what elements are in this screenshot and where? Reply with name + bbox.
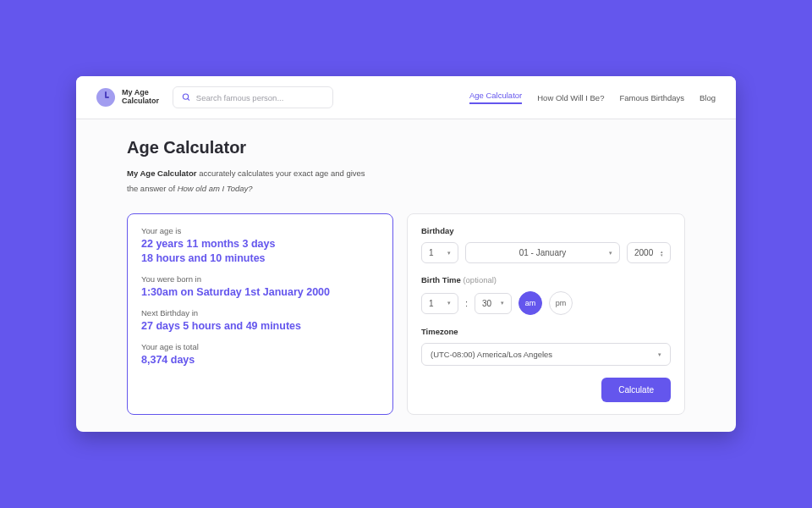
svg-line-1 [188,98,189,100]
app-window: My Age Calculator Age Calculator How Old… [76,76,736,432]
birthtime-label: Birth Time (optional) [421,275,671,284]
search-input[interactable] [196,93,324,102]
minute-select[interactable]: 30 ▾ [475,293,512,314]
nav-famous-birthdays[interactable]: Famous Birthdays [619,93,684,102]
total-label: Your age is total [141,342,379,351]
born-label: You were born in [141,274,379,284]
logo-text: My Age Calculator [122,89,159,106]
nav: Age Calculator How Old Will I Be? Famous… [469,91,716,104]
nav-blog[interactable]: Blog [700,93,716,102]
day-select[interactable]: 1 ▾ [421,242,458,263]
month-select[interactable]: 01 - January ▾ [465,242,620,263]
header: My Age Calculator Age Calculator How Old… [76,76,736,119]
form-panel: Birthday 1 ▾ 01 - January ▾ 2000 ▴▾ [407,213,685,415]
year-select[interactable]: 2000 ▴▾ [627,242,671,263]
age-label: Your age is [141,226,379,235]
chevron-down-icon: ▾ [501,300,504,306]
result-panel: Your age is 22 years 11 months 3 days 18… [127,213,393,415]
clock-icon [96,88,115,107]
logo[interactable]: My Age Calculator [96,88,159,107]
timezone-label: Timezone [421,327,671,336]
time-separator: : [465,298,468,308]
next-value: 27 days 5 hours and 49 minutes [141,319,379,334]
next-label: Next Birthday in [141,308,379,318]
total-value: 8,374 days [141,353,379,367]
main-content: Age Calculator My Age Calculator accurat… [76,119,736,415]
hour-select[interactable]: 1 ▾ [421,293,458,314]
am-toggle[interactable]: am [518,291,542,315]
subtitle-strong: My Age Calculator [127,168,197,178]
chevron-down-icon: ▾ [609,250,612,257]
timezone-select[interactable]: (UTC-08:00) America/Los Angeles ▾ [421,343,671,366]
nav-age-calculator[interactable]: Age Calculator [469,91,522,104]
subtitle: My Age Calculator accurately calculates … [127,166,685,196]
search-icon [182,92,191,102]
calculate-button[interactable]: Calculate [601,378,671,402]
page-title: Age Calculator [127,138,685,157]
born-value: 1:30am on Saturday 1st January 2000 [141,285,379,300]
chevron-down-icon: ▾ [447,250,451,257]
nav-how-old[interactable]: How Old Will I Be? [537,93,604,102]
chevron-down-icon: ▾ [658,351,661,358]
birthtime-row: 1 ▾ : 30 ▾ am pm [421,291,671,315]
pm-toggle[interactable]: pm [549,291,573,315]
birthday-label: Birthday [421,226,671,235]
panels: Your age is 22 years 11 months 3 days 18… [127,213,685,415]
stepper-icon: ▴▾ [661,250,663,257]
search-box[interactable] [173,86,333,108]
chevron-down-icon: ▾ [447,300,451,306]
svg-point-0 [183,94,188,99]
age-value: 22 years 11 months 3 days 18 hours and 1… [141,237,379,266]
birthday-row: 1 ▾ 01 - January ▾ 2000 ▴▾ [421,242,671,263]
